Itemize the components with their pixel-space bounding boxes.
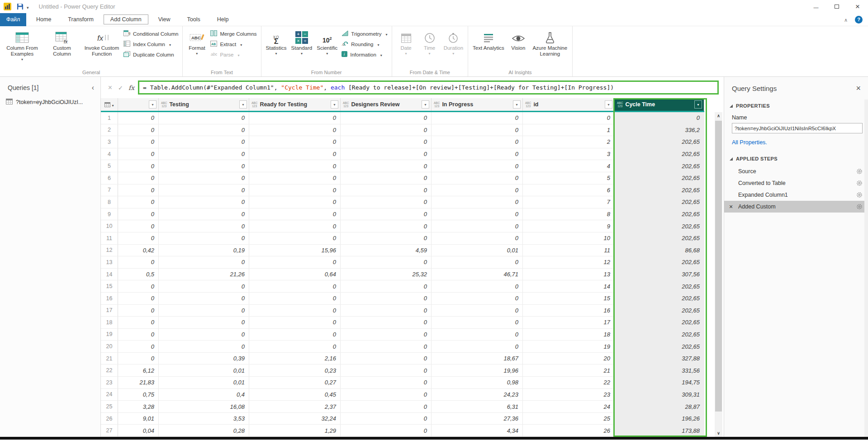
table-cell[interactable]: 202,65	[615, 172, 704, 184]
table-cell[interactable]: 3	[523, 148, 615, 160]
applied-step-added-custom[interactable]: Added Custom	[724, 201, 868, 213]
tab-transform[interactable]: Transform	[61, 14, 100, 24]
table-cell[interactable]: 0	[159, 136, 249, 148]
column-header-designers-review[interactable]: Designers Review	[341, 98, 432, 111]
table-cell[interactable]: 309,31	[615, 389, 704, 401]
table-cell[interactable]: 0	[432, 172, 523, 184]
table-cell[interactable]: 0	[432, 280, 523, 292]
information-button[interactable]: i Information	[342, 51, 387, 58]
filter-icon[interactable]	[422, 100, 429, 109]
table-cell[interactable]: 2,37	[249, 401, 341, 412]
table-cell[interactable]: 0	[249, 124, 341, 136]
table-cell[interactable]: 202,65	[615, 136, 704, 148]
row-number[interactable]: 5	[101, 160, 118, 172]
table-cell[interactable]: 21,83	[118, 377, 159, 388]
table-cell[interactable]: 0	[118, 232, 159, 244]
table-cell[interactable]: 0	[341, 353, 432, 364]
table-cell[interactable]: 0	[341, 256, 432, 268]
table-cell[interactable]: 202,65	[615, 293, 704, 304]
table-cell[interactable]: 0	[159, 317, 249, 328]
column-header-id[interactable]: id	[523, 98, 615, 111]
table-cell[interactable]: 0	[159, 172, 249, 184]
table-cell[interactable]: 3,28	[118, 401, 159, 412]
table-cell[interactable]: 16,08	[159, 401, 249, 412]
row-number[interactable]: 20	[101, 341, 118, 352]
filter-icon[interactable]	[605, 100, 612, 109]
statistics-button[interactable]: ΧΟΣ Statistics	[264, 27, 289, 56]
filter-icon[interactable]	[331, 100, 338, 109]
extract-button[interactable]: AB Extract	[210, 40, 256, 48]
row-number[interactable]: 19	[101, 329, 118, 341]
table-cell[interactable]: 1	[523, 124, 615, 136]
rounding-button[interactable]: .0 Rounding	[342, 40, 387, 48]
vertical-scrollbar[interactable]	[715, 112, 722, 437]
table-cell[interactable]: 0	[341, 160, 432, 172]
azure-machine-learning-button[interactable]: Azure Machine Learning	[530, 27, 570, 57]
tab-add-column[interactable]: Add Column	[104, 14, 148, 24]
properties-section-header[interactable]: PROPERTIES	[730, 103, 868, 109]
row-number[interactable]: 3	[101, 136, 118, 148]
table-cell[interactable]: 0	[159, 280, 249, 292]
table-cell[interactable]: 0	[249, 220, 341, 232]
gear-icon[interactable]	[856, 192, 863, 198]
index-column-button[interactable]: 123 Index Column	[123, 40, 178, 48]
table-cell[interactable]: 307,56	[615, 269, 704, 280]
table-cell[interactable]: 0	[432, 293, 523, 304]
row-number[interactable]: 25	[101, 401, 118, 412]
table-cell[interactable]: 0	[341, 389, 432, 401]
filter-icon[interactable]	[149, 100, 157, 109]
table-cell[interactable]: 2,16	[249, 353, 341, 364]
table-cell[interactable]: 202,65	[615, 185, 704, 196]
table-cell[interactable]: 4,59	[341, 245, 432, 256]
table-cell[interactable]: 0,39	[159, 353, 249, 364]
table-cell[interactable]: 327,88	[615, 353, 704, 364]
column-header-partial[interactable]	[118, 98, 159, 111]
close-button[interactable]	[847, 0, 868, 13]
table-cell[interactable]: 0	[118, 208, 159, 220]
table-cell[interactable]: 22	[523, 377, 615, 388]
table-cell[interactable]: 0,4	[159, 389, 249, 401]
table-cell[interactable]: 0	[432, 196, 523, 208]
table-cell[interactable]: 15	[523, 293, 615, 304]
applied-step-source[interactable]: Source	[724, 166, 868, 177]
table-cell[interactable]: 202,65	[615, 220, 704, 232]
table-cell[interactable]: 0	[118, 124, 159, 136]
tab-home[interactable]: Home	[29, 14, 58, 24]
table-cell[interactable]: 32,24	[249, 413, 341, 425]
applied-steps-section-header[interactable]: APPLIED STEPS	[730, 156, 868, 161]
table-cell[interactable]: 0	[432, 136, 523, 148]
text-analytics-button[interactable]: Text Analytics	[470, 27, 507, 51]
table-cell[interactable]: 0	[118, 136, 159, 148]
row-number[interactable]: 22	[101, 364, 118, 376]
row-number[interactable]: 7	[101, 185, 118, 196]
table-cell[interactable]: 0,28	[159, 425, 249, 436]
delete-step-icon[interactable]	[729, 201, 733, 213]
table-cell[interactable]: 202,65	[615, 196, 704, 208]
collapse-panel-icon[interactable]	[92, 84, 94, 92]
invoke-custom-function-button[interactable]: fx Invoke Custom Function	[82, 27, 122, 57]
table-cell[interactable]: 0	[249, 329, 341, 341]
table-cell[interactable]: 202,65	[615, 305, 704, 317]
row-number[interactable]: 9	[101, 208, 118, 220]
table-cell[interactable]: 26	[523, 425, 615, 436]
parse-button[interactable]: abc Parse	[210, 51, 256, 58]
table-cell[interactable]: 23	[523, 389, 615, 401]
table-cell[interactable]: 1,29	[249, 425, 341, 436]
table-cell[interactable]: 0,64	[249, 269, 341, 280]
table-cell[interactable]: 0	[249, 305, 341, 317]
row-number[interactable]: 2	[101, 124, 118, 136]
table-cell[interactable]: 9,01	[118, 413, 159, 425]
table-cell[interactable]: 202,65	[615, 280, 704, 292]
row-number[interactable]: 17	[101, 305, 118, 317]
minimize-button[interactable]	[806, 0, 826, 13]
table-cell[interactable]: 0	[159, 185, 249, 196]
table-cell[interactable]: 8	[523, 208, 615, 220]
row-number[interactable]: 1	[101, 112, 118, 124]
table-cell[interactable]: 0,01	[159, 377, 249, 388]
table-cell[interactable]: 0	[249, 317, 341, 328]
table-cell[interactable]: 28,87	[615, 401, 704, 412]
table-cell[interactable]: 0	[249, 208, 341, 220]
row-number[interactable]: 6	[101, 172, 118, 184]
table-cell[interactable]: 0	[341, 364, 432, 376]
table-cell[interactable]: 0	[432, 124, 523, 136]
